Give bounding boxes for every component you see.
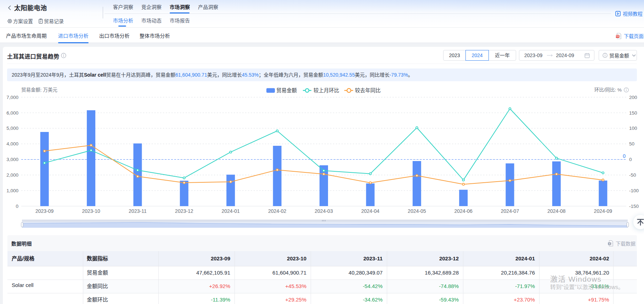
svg-text:环比/同比: %: 环比/同比: %	[594, 87, 622, 93]
svg-text:1,000: 1,000	[6, 188, 18, 193]
svg-text:4,000: 4,000	[6, 141, 18, 147]
svg-text:150: 150	[629, 110, 637, 116]
svg-text:50: 50	[629, 141, 634, 147]
svg-text:0: 0	[623, 153, 626, 159]
svg-text:2024-01: 2024-01	[222, 208, 240, 214]
svg-text:3,000: 3,000	[6, 157, 18, 162]
svg-text:PDF: PDF	[616, 35, 620, 37]
svg-text:2023-11: 2023-11	[129, 208, 147, 214]
svg-text:-50: -50	[629, 172, 636, 178]
svg-text:-150: -150	[629, 204, 639, 209]
svg-text:2,000: 2,000	[6, 172, 18, 178]
svg-text:2023-09: 2023-09	[35, 208, 54, 214]
svg-text:6,000: 6,000	[6, 110, 18, 116]
svg-text:贸易金额: 贸易金额	[276, 88, 297, 93]
svg-text:2024-09: 2024-09	[594, 208, 612, 214]
svg-text:2024-07: 2024-07	[501, 208, 519, 214]
svg-text:2023-12: 2023-12	[175, 208, 193, 214]
svg-text:-100: -100	[629, 188, 639, 193]
svg-text:5,000: 5,000	[6, 126, 18, 131]
svg-text:2024-02: 2024-02	[268, 208, 287, 214]
svg-text:7,000: 7,000	[6, 95, 18, 100]
svg-text:200: 200	[629, 95, 637, 100]
svg-text:较上月环比: 较上月环比	[313, 87, 339, 93]
svg-text:0: 0	[16, 204, 18, 209]
svg-text:2024-03: 2024-03	[315, 208, 333, 214]
svg-text:2023-10: 2023-10	[82, 208, 100, 214]
svg-text:2024-06: 2024-06	[454, 208, 473, 214]
svg-text:2024-08: 2024-08	[547, 208, 566, 214]
svg-text:贸易金额: 万美元: 贸易金额: 万美元	[21, 87, 57, 93]
svg-text:100: 100	[629, 126, 637, 131]
svg-text:X: X	[609, 243, 610, 245]
svg-text:较去年同比: 较去年同比	[355, 87, 381, 93]
svg-text:0: 0	[629, 157, 632, 162]
svg-text:2024-04: 2024-04	[361, 208, 380, 214]
svg-text:2024-05: 2024-05	[408, 208, 426, 214]
